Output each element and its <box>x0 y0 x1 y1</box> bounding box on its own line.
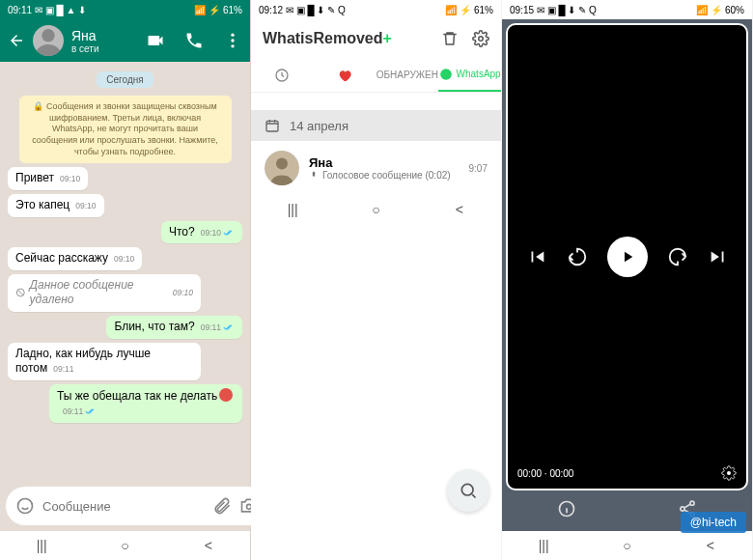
svg-point-1 <box>231 34 234 37</box>
encryption-notice[interactable]: 🔒 Сообщения и звонки защищены сквозным ш… <box>19 96 232 163</box>
video-frame[interactable]: 00:00 · 00:00 <box>506 23 748 490</box>
item-body: Яна Голосовое сообщение (0:02) <box>309 155 460 181</box>
nav-home[interactable]: ○ <box>618 538 635 553</box>
contact-avatar[interactable] <box>33 25 64 56</box>
svg-rect-9 <box>266 121 278 131</box>
date-header: 14 апреля <box>251 110 501 141</box>
message-deleted[interactable]: Данное сообщение удалено09:10 <box>8 274 201 312</box>
nav-home[interactable]: ○ <box>367 202 384 217</box>
status-bar: 09:12 ✉ ▣ █ ⬇ ✎ Q 📶 ⚡61% <box>251 0 501 19</box>
nav-recent[interactable]: ||| <box>33 538 50 553</box>
status-time: 09:11 <box>8 5 32 15</box>
status-bar: 09:11 ✉ ▣ █ ▲ ⬇ 📶 ⚡61% <box>0 0 250 19</box>
history-icon <box>274 68 290 83</box>
video-settings-icon[interactable] <box>721 465 737 481</box>
nav-back[interactable]: < <box>200 538 217 553</box>
deleted-icon <box>15 287 26 298</box>
item-name: Яна <box>309 155 460 170</box>
search-fab[interactable] <box>447 469 489 512</box>
nav-bar: ||| ○ < <box>251 195 501 224</box>
svg-point-2 <box>231 39 234 42</box>
tab-detected[interactable]: ОБНАРУЖЕН <box>376 58 439 92</box>
more-icon[interactable] <box>223 31 242 50</box>
play-icon <box>619 248 636 266</box>
chat-header: Яна в сети <box>0 19 250 62</box>
message-in[interactable]: Привет09:10 <box>8 167 88 190</box>
nav-recent[interactable]: ||| <box>535 538 552 553</box>
rewind-icon[interactable] <box>567 246 588 267</box>
plus-icon: + <box>382 30 391 46</box>
play-button[interactable] <box>607 237 648 277</box>
app-header: WhatisRemoved+ <box>251 19 501 58</box>
voice-call-icon[interactable] <box>184 31 204 50</box>
read-ticks-icon <box>223 323 235 331</box>
tab-whatsapp[interactable]: WhatsApp <box>438 58 501 92</box>
watermark: @hi-tech <box>681 512 746 533</box>
chat-area: Сегодня 🔒 Сообщения и звонки защищены ск… <box>0 62 250 481</box>
svg-point-5 <box>18 499 33 514</box>
contact-status: в сети <box>71 43 126 54</box>
contact-name: Яна <box>71 28 126 43</box>
nav-recent[interactable]: ||| <box>284 202 301 217</box>
svg-point-3 <box>231 44 234 47</box>
svg-point-13 <box>727 471 731 475</box>
calendar-icon <box>265 118 280 133</box>
video-bottom-bar: 00:00 · 00:00 <box>517 465 737 481</box>
message-in[interactable]: Это капец09:10 <box>8 194 104 217</box>
item-time: 9:07 <box>469 163 488 174</box>
status-icons-left: ✉ ▣ █ ▲ ⬇ <box>35 5 86 15</box>
tab-favorites[interactable] <box>314 58 376 92</box>
next-icon[interactable] <box>708 246 729 267</box>
message-out[interactable]: Ты же обещала так не делать09:11 <box>49 384 242 423</box>
svg-point-11 <box>276 158 288 170</box>
date-separator: Сегодня <box>97 71 153 88</box>
nav-home[interactable]: ○ <box>116 538 133 553</box>
app-title: WhatisRemoved+ <box>263 30 392 47</box>
nav-bar: ||| ○ < <box>0 531 250 560</box>
status-battery: 60% <box>725 5 744 15</box>
angry-emoji-icon <box>219 388 233 402</box>
message-in[interactable]: Сейчас расскажу09:10 <box>8 247 142 270</box>
status-icons-right: 📶 ⚡ <box>194 5 220 15</box>
status-time: 09:12 <box>259 5 283 15</box>
svg-point-0 <box>42 29 54 42</box>
nav-back[interactable]: < <box>451 202 468 217</box>
nav-bar: ||| ○ < <box>502 531 752 560</box>
video-area: 00:00 · 00:00 <box>502 19 752 531</box>
whatsapp-icon <box>439 68 453 81</box>
trash-icon[interactable] <box>441 30 459 47</box>
video-time: 00:00 · 00:00 <box>517 468 573 479</box>
emoji-icon[interactable] <box>15 496 35 516</box>
status-battery: 61% <box>474 5 493 15</box>
status-battery: 61% <box>223 5 242 15</box>
message-in[interactable]: Ладно, как нибудь лучше потом09:11 <box>8 343 201 380</box>
item-subtitle: Голосовое сообщение (0:02) <box>309 170 460 181</box>
tabs: ОБНАРУЖЕН WhatsApp <box>251 58 501 93</box>
read-ticks-icon <box>85 407 97 415</box>
message-out[interactable]: Что?09:10 <box>161 221 242 244</box>
phone-whatsapp: 09:11 ✉ ▣ █ ▲ ⬇ 📶 ⚡61% Яна в сети Сегодн… <box>0 0 251 560</box>
nav-back[interactable]: < <box>702 538 719 553</box>
tab-history[interactable] <box>251 58 314 92</box>
attach-icon[interactable] <box>212 496 232 516</box>
status-time: 09:15 <box>510 5 534 15</box>
info-icon[interactable] <box>557 499 576 518</box>
video-call-icon[interactable] <box>146 31 165 50</box>
prev-icon[interactable] <box>526 246 547 267</box>
forward-icon[interactable] <box>667 246 688 267</box>
message-out[interactable]: Блин, что там?09:11 <box>106 316 242 339</box>
item-avatar <box>265 151 299 185</box>
contact-info[interactable]: Яна в сети <box>71 28 126 54</box>
back-icon[interactable] <box>8 32 25 49</box>
recovered-item[interactable]: Яна Голосовое сообщение (0:02) 9:07 <box>251 141 501 195</box>
message-input-box[interactable] <box>6 487 268 525</box>
settings-icon[interactable] <box>472 30 489 47</box>
video-controls <box>526 237 729 277</box>
message-input[interactable] <box>42 499 205 514</box>
status-bar: 09:15 ✉ ▣ █ ⬇ ✎ Q 📶 ⚡60% <box>502 0 752 19</box>
mic-small-icon <box>309 171 319 181</box>
svg-point-7 <box>479 37 484 42</box>
svg-point-8 <box>440 69 452 80</box>
svg-point-12 <box>461 484 473 495</box>
read-ticks-icon <box>223 229 235 237</box>
